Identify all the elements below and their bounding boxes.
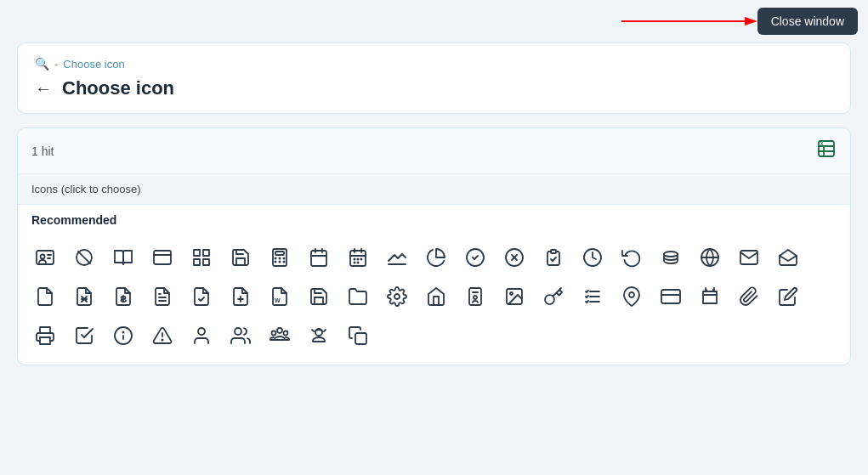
pie-chart-icon[interactable]	[417, 239, 455, 276]
svg-rect-20	[275, 252, 284, 255]
id-badge-icon[interactable]	[457, 278, 494, 315]
edit-icon[interactable]	[769, 278, 807, 315]
browser-icon[interactable]	[144, 239, 181, 276]
copy-icon[interactable]	[339, 317, 377, 354]
file-plus-icon[interactable]	[222, 278, 259, 315]
svg-rect-70	[661, 290, 680, 303]
svg-point-81	[198, 328, 205, 335]
file-x-icon[interactable]	[65, 278, 103, 315]
breadcrumb-separator: -	[54, 58, 58, 71]
svg-rect-27	[311, 251, 326, 266]
header-card: 🔍 - Choose icon ← Choose icon	[17, 42, 851, 114]
mail-open-icon[interactable]	[769, 239, 807, 276]
svg-point-65	[510, 292, 513, 295]
svg-rect-17	[194, 259, 200, 265]
key-icon[interactable]	[535, 278, 572, 315]
svg-line-12	[78, 252, 90, 263]
svg-text:W: W	[275, 297, 281, 303]
arrow-indicator	[621, 13, 757, 30]
save-icon[interactable]	[222, 239, 259, 276]
file-check-icon[interactable]	[183, 278, 220, 315]
x-circle-icon[interactable]	[496, 239, 533, 276]
contact-card-icon[interactable]	[26, 239, 64, 276]
printer-icon[interactable]	[26, 317, 64, 354]
page-title: Choose icon	[62, 77, 174, 99]
icons-click-label: Icons (click to choose)	[18, 174, 850, 205]
svg-rect-18	[203, 259, 209, 265]
map-pin-icon[interactable]	[613, 278, 650, 315]
header-title-row: ← Choose icon	[35, 77, 833, 99]
paperclip-icon[interactable]	[730, 278, 768, 315]
export-excel-icon[interactable]: X	[816, 139, 837, 163]
top-bar: Close window	[0, 0, 868, 42]
breadcrumb-search-icon: 🔍	[35, 57, 49, 71]
credit-card-icon[interactable]	[652, 278, 689, 315]
clock-icon[interactable]	[574, 239, 611, 276]
ban-icon[interactable]	[65, 239, 103, 276]
breadcrumb: 🔍 - Choose icon	[35, 57, 833, 71]
book-icon[interactable]	[105, 239, 142, 276]
folder-open-icon[interactable]	[339, 278, 377, 315]
svg-point-85	[284, 331, 288, 336]
clipboard-check-icon[interactable]	[535, 239, 572, 276]
calendar-icon[interactable]	[300, 239, 338, 276]
main-content: 🔍 - Choose icon ← Choose icon 1 hit X	[0, 42, 868, 382]
task-list-icon[interactable]	[574, 278, 611, 315]
info-circle-icon[interactable]	[105, 317, 142, 354]
icon-grid: W	[18, 235, 850, 365]
image-icon[interactable]	[496, 278, 533, 315]
globe-icon[interactable]	[691, 239, 729, 276]
calculator-icon[interactable]	[261, 239, 298, 276]
mail-icon[interactable]	[730, 239, 768, 276]
file-text-icon[interactable]	[144, 278, 181, 315]
svg-point-60	[394, 294, 400, 299]
svg-rect-16	[203, 250, 209, 256]
home-icon[interactable]	[417, 278, 455, 315]
recommended-label: Recommended	[18, 205, 850, 235]
breadcrumb-text: Choose icon	[63, 58, 124, 71]
spy-icon[interactable]	[300, 317, 338, 354]
svg-point-47	[664, 252, 678, 257]
svg-rect-13	[154, 251, 171, 264]
check-square-icon[interactable]	[65, 317, 103, 354]
svg-point-83	[277, 328, 282, 333]
back-arrow-button[interactable]: ←	[35, 80, 52, 97]
user-icon[interactable]	[183, 317, 220, 354]
svg-point-82	[235, 328, 241, 335]
svg-rect-75	[40, 337, 50, 344]
floppy-disk-icon[interactable]	[300, 278, 338, 315]
alert-triangle-icon[interactable]	[144, 317, 181, 354]
svg-rect-61	[469, 288, 481, 305]
svg-point-63	[474, 296, 477, 299]
close-window-button[interactable]: Close window	[757, 8, 858, 35]
svg-marker-1	[745, 17, 757, 25]
calendar-grid-icon[interactable]	[339, 239, 377, 276]
line-chart-icon[interactable]	[378, 239, 416, 276]
svg-point-69	[629, 292, 634, 297]
file-dollar-icon[interactable]	[105, 278, 142, 315]
svg-line-87	[312, 330, 314, 331]
svg-line-88	[324, 330, 326, 331]
svg-point-84	[272, 331, 276, 336]
svg-rect-89	[355, 333, 366, 344]
panel-header: 1 hit X	[18, 128, 850, 174]
file-blank-icon[interactable]	[26, 278, 64, 315]
users-icon[interactable]	[222, 317, 259, 354]
icons-panel: 1 hit X Icons (click to choose) Recommen…	[17, 127, 851, 365]
coins-icon[interactable]	[652, 239, 689, 276]
history-icon[interactable]	[613, 239, 650, 276]
hit-count: 1 hit	[31, 144, 54, 158]
check-circle-icon[interactable]	[457, 239, 494, 276]
svg-point-8	[41, 255, 45, 259]
settings-icon[interactable]	[378, 278, 416, 315]
svg-rect-15	[194, 250, 200, 256]
file-word-icon[interactable]: W	[261, 278, 298, 315]
large-group-icon[interactable]	[261, 317, 298, 354]
notebook-icon[interactable]	[691, 278, 729, 315]
grid-icon[interactable]	[183, 239, 220, 276]
